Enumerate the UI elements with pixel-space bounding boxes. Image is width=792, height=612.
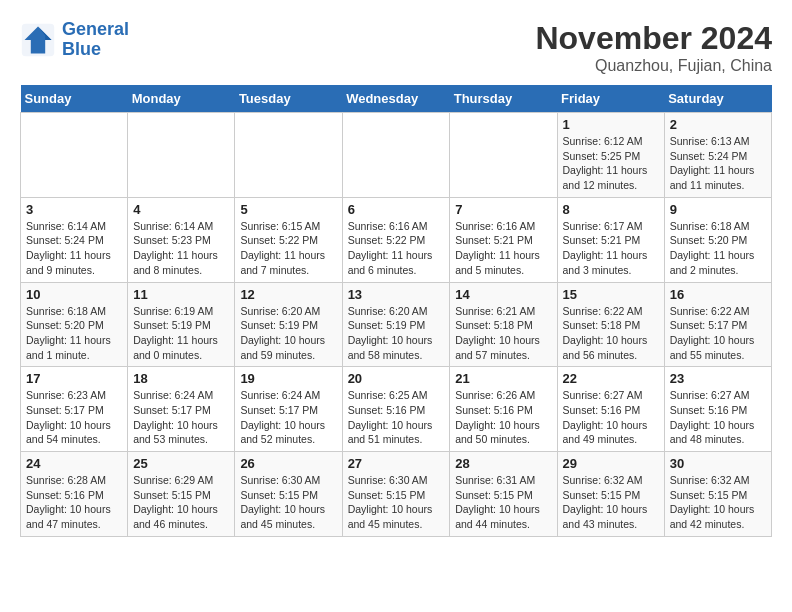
day-info: Sunrise: 6:29 AM Sunset: 5:15 PM Dayligh…: [133, 473, 229, 532]
calendar-day-cell: 10Sunrise: 6:18 AM Sunset: 5:20 PM Dayli…: [21, 282, 128, 367]
day-info: Sunrise: 6:30 AM Sunset: 5:15 PM Dayligh…: [240, 473, 336, 532]
day-number: 26: [240, 456, 336, 471]
day-info: Sunrise: 6:30 AM Sunset: 5:15 PM Dayligh…: [348, 473, 445, 532]
calendar-table: SundayMondayTuesdayWednesdayThursdayFrid…: [20, 85, 772, 537]
day-info: Sunrise: 6:14 AM Sunset: 5:23 PM Dayligh…: [133, 219, 229, 278]
calendar-day-cell: 5Sunrise: 6:15 AM Sunset: 5:22 PM Daylig…: [235, 197, 342, 282]
calendar-week-row: 3Sunrise: 6:14 AM Sunset: 5:24 PM Daylig…: [21, 197, 772, 282]
calendar-day-cell: 30Sunrise: 6:32 AM Sunset: 5:15 PM Dayli…: [664, 452, 771, 537]
weekday-header-cell: Wednesday: [342, 85, 450, 113]
calendar-day-cell: 23Sunrise: 6:27 AM Sunset: 5:16 PM Dayli…: [664, 367, 771, 452]
calendar-day-cell: [235, 113, 342, 198]
day-info: Sunrise: 6:18 AM Sunset: 5:20 PM Dayligh…: [26, 304, 122, 363]
day-info: Sunrise: 6:32 AM Sunset: 5:15 PM Dayligh…: [563, 473, 659, 532]
calendar-day-cell: 21Sunrise: 6:26 AM Sunset: 5:16 PM Dayli…: [450, 367, 557, 452]
day-number: 8: [563, 202, 659, 217]
weekday-header-cell: Sunday: [21, 85, 128, 113]
calendar-day-cell: 25Sunrise: 6:29 AM Sunset: 5:15 PM Dayli…: [128, 452, 235, 537]
calendar-day-cell: 2Sunrise: 6:13 AM Sunset: 5:24 PM Daylig…: [664, 113, 771, 198]
day-number: 4: [133, 202, 229, 217]
day-info: Sunrise: 6:12 AM Sunset: 5:25 PM Dayligh…: [563, 134, 659, 193]
logo-text: General Blue: [62, 20, 129, 60]
calendar-day-cell: 12Sunrise: 6:20 AM Sunset: 5:19 PM Dayli…: [235, 282, 342, 367]
calendar-day-cell: 16Sunrise: 6:22 AM Sunset: 5:17 PM Dayli…: [664, 282, 771, 367]
day-info: Sunrise: 6:16 AM Sunset: 5:21 PM Dayligh…: [455, 219, 551, 278]
calendar-day-cell: 29Sunrise: 6:32 AM Sunset: 5:15 PM Dayli…: [557, 452, 664, 537]
day-info: Sunrise: 6:32 AM Sunset: 5:15 PM Dayligh…: [670, 473, 766, 532]
day-number: 9: [670, 202, 766, 217]
day-number: 28: [455, 456, 551, 471]
day-number: 20: [348, 371, 445, 386]
calendar-week-row: 24Sunrise: 6:28 AM Sunset: 5:16 PM Dayli…: [21, 452, 772, 537]
calendar-day-cell: 20Sunrise: 6:25 AM Sunset: 5:16 PM Dayli…: [342, 367, 450, 452]
calendar-day-cell: 8Sunrise: 6:17 AM Sunset: 5:21 PM Daylig…: [557, 197, 664, 282]
calendar-body: 1Sunrise: 6:12 AM Sunset: 5:25 PM Daylig…: [21, 113, 772, 537]
weekday-header-cell: Thursday: [450, 85, 557, 113]
day-number: 10: [26, 287, 122, 302]
calendar-day-cell: 19Sunrise: 6:24 AM Sunset: 5:17 PM Dayli…: [235, 367, 342, 452]
calendar-day-cell: 3Sunrise: 6:14 AM Sunset: 5:24 PM Daylig…: [21, 197, 128, 282]
day-number: 19: [240, 371, 336, 386]
calendar-day-cell: 9Sunrise: 6:18 AM Sunset: 5:20 PM Daylig…: [664, 197, 771, 282]
calendar-day-cell: 6Sunrise: 6:16 AM Sunset: 5:22 PM Daylig…: [342, 197, 450, 282]
weekday-header-cell: Monday: [128, 85, 235, 113]
day-info: Sunrise: 6:13 AM Sunset: 5:24 PM Dayligh…: [670, 134, 766, 193]
day-number: 21: [455, 371, 551, 386]
weekday-header-cell: Tuesday: [235, 85, 342, 113]
day-info: Sunrise: 6:20 AM Sunset: 5:19 PM Dayligh…: [348, 304, 445, 363]
day-number: 30: [670, 456, 766, 471]
calendar-day-cell: 15Sunrise: 6:22 AM Sunset: 5:18 PM Dayli…: [557, 282, 664, 367]
day-info: Sunrise: 6:20 AM Sunset: 5:19 PM Dayligh…: [240, 304, 336, 363]
calendar-day-cell: [450, 113, 557, 198]
calendar-day-cell: 24Sunrise: 6:28 AM Sunset: 5:16 PM Dayli…: [21, 452, 128, 537]
calendar-day-cell: 22Sunrise: 6:27 AM Sunset: 5:16 PM Dayli…: [557, 367, 664, 452]
header: General Blue November 2024 Quanzhou, Fuj…: [20, 20, 772, 75]
calendar-day-cell: 18Sunrise: 6:24 AM Sunset: 5:17 PM Dayli…: [128, 367, 235, 452]
day-info: Sunrise: 6:28 AM Sunset: 5:16 PM Dayligh…: [26, 473, 122, 532]
day-number: 12: [240, 287, 336, 302]
day-info: Sunrise: 6:27 AM Sunset: 5:16 PM Dayligh…: [670, 388, 766, 447]
day-number: 17: [26, 371, 122, 386]
day-info: Sunrise: 6:25 AM Sunset: 5:16 PM Dayligh…: [348, 388, 445, 447]
day-info: Sunrise: 6:23 AM Sunset: 5:17 PM Dayligh…: [26, 388, 122, 447]
day-info: Sunrise: 6:15 AM Sunset: 5:22 PM Dayligh…: [240, 219, 336, 278]
day-number: 7: [455, 202, 551, 217]
subtitle: Quanzhou, Fujian, China: [535, 57, 772, 75]
day-number: 15: [563, 287, 659, 302]
day-number: 25: [133, 456, 229, 471]
day-number: 16: [670, 287, 766, 302]
day-info: Sunrise: 6:22 AM Sunset: 5:18 PM Dayligh…: [563, 304, 659, 363]
day-number: 18: [133, 371, 229, 386]
day-info: Sunrise: 6:27 AM Sunset: 5:16 PM Dayligh…: [563, 388, 659, 447]
day-number: 5: [240, 202, 336, 217]
calendar-day-cell: [21, 113, 128, 198]
day-info: Sunrise: 6:17 AM Sunset: 5:21 PM Dayligh…: [563, 219, 659, 278]
calendar-day-cell: [342, 113, 450, 198]
weekday-header-row: SundayMondayTuesdayWednesdayThursdayFrid…: [21, 85, 772, 113]
day-info: Sunrise: 6:24 AM Sunset: 5:17 PM Dayligh…: [133, 388, 229, 447]
calendar-day-cell: [128, 113, 235, 198]
day-info: Sunrise: 6:18 AM Sunset: 5:20 PM Dayligh…: [670, 219, 766, 278]
calendar-week-row: 1Sunrise: 6:12 AM Sunset: 5:25 PM Daylig…: [21, 113, 772, 198]
weekday-header-cell: Friday: [557, 85, 664, 113]
day-info: Sunrise: 6:16 AM Sunset: 5:22 PM Dayligh…: [348, 219, 445, 278]
day-number: 22: [563, 371, 659, 386]
calendar-day-cell: 26Sunrise: 6:30 AM Sunset: 5:15 PM Dayli…: [235, 452, 342, 537]
day-number: 1: [563, 117, 659, 132]
calendar-day-cell: 27Sunrise: 6:30 AM Sunset: 5:15 PM Dayli…: [342, 452, 450, 537]
calendar-day-cell: 1Sunrise: 6:12 AM Sunset: 5:25 PM Daylig…: [557, 113, 664, 198]
day-info: Sunrise: 6:21 AM Sunset: 5:18 PM Dayligh…: [455, 304, 551, 363]
day-number: 2: [670, 117, 766, 132]
day-info: Sunrise: 6:14 AM Sunset: 5:24 PM Dayligh…: [26, 219, 122, 278]
day-number: 13: [348, 287, 445, 302]
day-number: 29: [563, 456, 659, 471]
calendar-day-cell: 11Sunrise: 6:19 AM Sunset: 5:19 PM Dayli…: [128, 282, 235, 367]
day-info: Sunrise: 6:24 AM Sunset: 5:17 PM Dayligh…: [240, 388, 336, 447]
day-number: 23: [670, 371, 766, 386]
calendar-day-cell: 7Sunrise: 6:16 AM Sunset: 5:21 PM Daylig…: [450, 197, 557, 282]
weekday-header-cell: Saturday: [664, 85, 771, 113]
day-info: Sunrise: 6:19 AM Sunset: 5:19 PM Dayligh…: [133, 304, 229, 363]
day-number: 6: [348, 202, 445, 217]
calendar-day-cell: 14Sunrise: 6:21 AM Sunset: 5:18 PM Dayli…: [450, 282, 557, 367]
day-number: 24: [26, 456, 122, 471]
